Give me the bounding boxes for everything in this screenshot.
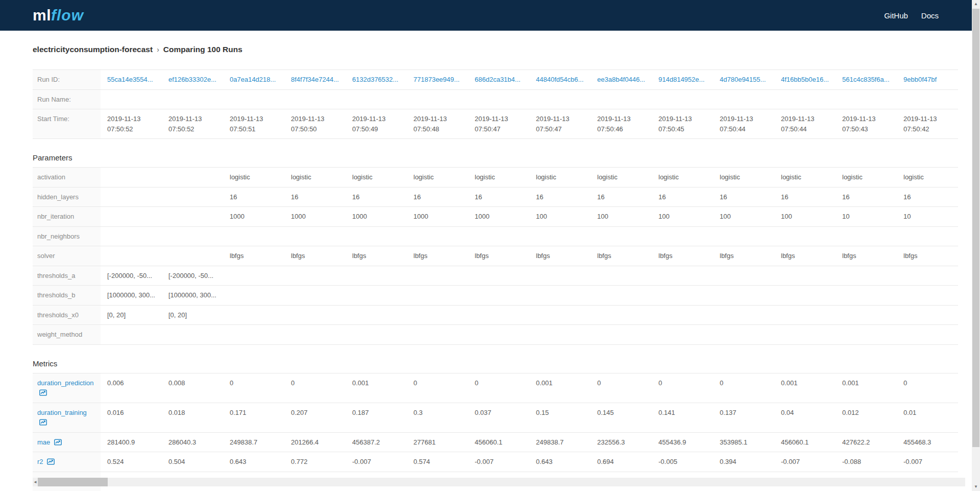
row-label: activation — [33, 168, 101, 188]
parameter-cell — [713, 266, 774, 286]
parameter-cell — [223, 286, 284, 306]
parameter-cell — [284, 286, 346, 306]
run-info-cell: 55ca14e3554... — [101, 70, 162, 90]
line-chart-icon — [54, 439, 62, 446]
nav-link-docs[interactable]: Docs — [921, 11, 939, 20]
parameter-cell: 16 — [652, 187, 713, 207]
metric-link[interactable]: r2 — [37, 458, 55, 465]
parameter-cell — [591, 286, 652, 306]
scroll-down-arrow-icon[interactable]: ▼ — [972, 483, 980, 491]
metric-cell: 0 — [591, 373, 652, 403]
parameter-cell: logistic — [407, 168, 468, 188]
parameter-cell — [101, 246, 162, 266]
metric-link[interactable]: mae — [37, 438, 62, 446]
parameter-cell — [652, 226, 713, 246]
parameter-cell: 16 — [897, 187, 958, 207]
parameter-cell: logistic — [591, 168, 652, 188]
parameter-cell — [101, 207, 162, 227]
parameter-cell — [774, 286, 836, 306]
parameter-cell — [284, 226, 346, 246]
parameters-section-title: Parameters — [33, 153, 980, 162]
run-info-cell — [468, 89, 529, 109]
run-id-link[interactable]: 4d780e94155... — [720, 75, 770, 85]
parameter-cell — [836, 325, 897, 345]
parameter-cell — [346, 286, 407, 306]
parameter-cell — [897, 266, 958, 286]
parameter-cell — [162, 246, 223, 266]
run-id-link[interactable]: 914d814952e... — [658, 75, 709, 85]
run-id-link[interactable]: 55ca14e3554... — [107, 75, 158, 85]
parameter-cell — [591, 325, 652, 345]
metric-link[interactable]: duration_training — [37, 409, 87, 427]
parameter-cell: lbfgs — [223, 246, 284, 266]
run-info-cell: 2019-11-13 07:50:51 — [223, 109, 284, 139]
metric-cell: -0.005 — [652, 452, 713, 472]
metric-cell: -0.007 — [897, 452, 958, 472]
run-id-link[interactable]: 8f4f7f34e7244... — [291, 75, 341, 85]
metric-cell: 0 — [652, 373, 713, 403]
row-label: duration_prediction — [33, 373, 101, 403]
run-id-link[interactable]: 0a7ea14d218... — [230, 75, 280, 85]
run-id-link[interactable]: 771873ee949... — [413, 75, 464, 85]
run-info-cell: 686d2ca31b4... — [468, 70, 529, 90]
row-label: Run Name: — [33, 89, 101, 109]
horizontal-scrollbar[interactable]: ◄ — [33, 478, 965, 486]
row-label: weight_method — [33, 325, 101, 345]
parameter-cell: [1000000, 300... — [162, 286, 223, 306]
breadcrumb-separator-icon: › — [153, 45, 163, 54]
scroll-left-arrow-icon[interactable]: ◄ — [33, 478, 38, 486]
metric-link[interactable]: duration_prediction — [37, 379, 94, 397]
metric-cell: 0.643 — [223, 452, 284, 472]
run-id-link[interactable]: 686d2ca31b4... — [475, 75, 525, 85]
row-label: nbr_iteration — [33, 207, 101, 227]
run-id-link[interactable]: 561c4c835f6a... — [842, 75, 893, 85]
run-info-cell: 2019-11-13 07:50:47 — [529, 109, 591, 139]
nav-link-github[interactable]: GitHub — [884, 11, 908, 20]
run-id-link[interactable]: ef126b33302e... — [168, 75, 219, 85]
vertical-scrollbar[interactable]: ▲ ▼ — [972, 0, 980, 491]
metric-cell: 0.001 — [836, 373, 897, 403]
run-info-cell — [529, 89, 591, 109]
metric-cell: -0.007 — [468, 452, 529, 472]
mlflow-logo[interactable]: mlflow — [33, 8, 84, 23]
run-info-cell: 914d814952e... — [652, 70, 713, 90]
horizontal-scrollbar-thumb[interactable] — [38, 478, 108, 486]
parameter-cell: 16 — [468, 187, 529, 207]
parameter-cell — [223, 266, 284, 286]
table-row: hidden_layers161616161616161616161616 — [33, 187, 958, 207]
parameter-cell: 16 — [774, 187, 836, 207]
parameter-cell: lbfgs — [346, 246, 407, 266]
breadcrumb-experiment-link[interactable]: electricityconsumption-forecast — [33, 45, 153, 54]
run-info-cell — [836, 89, 897, 109]
run-id-link[interactable]: ee3a8b4f0446... — [597, 75, 648, 85]
run-info-cell: 2019-11-13 07:50:52 — [162, 109, 223, 139]
parameter-cell — [101, 187, 162, 207]
run-id-link[interactable]: 9ebb0f47bf — [903, 75, 954, 85]
scroll-up-arrow-icon[interactable]: ▲ — [972, 0, 980, 8]
vertical-scrollbar-thumb[interactable] — [972, 9, 979, 447]
metric-cell: 0.394 — [713, 452, 774, 472]
metric-cell: 201266.4 — [284, 432, 346, 452]
parameter-cell — [774, 226, 836, 246]
run-info-cell: 2019-11-13 07:50:44 — [774, 109, 836, 139]
parameter-cell — [407, 305, 468, 325]
metric-cell: 0 — [407, 373, 468, 403]
row-label: hidden_layers — [33, 187, 101, 207]
parameter-cell — [346, 305, 407, 325]
metric-cell: 0.145 — [591, 403, 652, 432]
parameter-cell — [591, 226, 652, 246]
metric-cell: 0.504 — [162, 452, 223, 472]
parameter-cell: logistic — [468, 168, 529, 188]
parameter-cell — [468, 305, 529, 325]
row-label: mae — [33, 432, 101, 452]
run-id-link[interactable]: 4f16bb5b0e16... — [781, 75, 831, 85]
run-info-cell: 4d780e94155... — [713, 70, 774, 90]
parameter-cell — [836, 226, 897, 246]
parameter-cell — [468, 286, 529, 306]
row-label: solver — [33, 246, 101, 266]
run-id-link[interactable]: 44840fd54cb6... — [536, 75, 586, 85]
run-info-cell: 2019-11-13 07:50:50 — [284, 109, 346, 139]
parameter-cell — [529, 266, 591, 286]
line-chart-icon — [47, 458, 55, 465]
run-id-link[interactable]: 6132d376532... — [352, 75, 403, 85]
